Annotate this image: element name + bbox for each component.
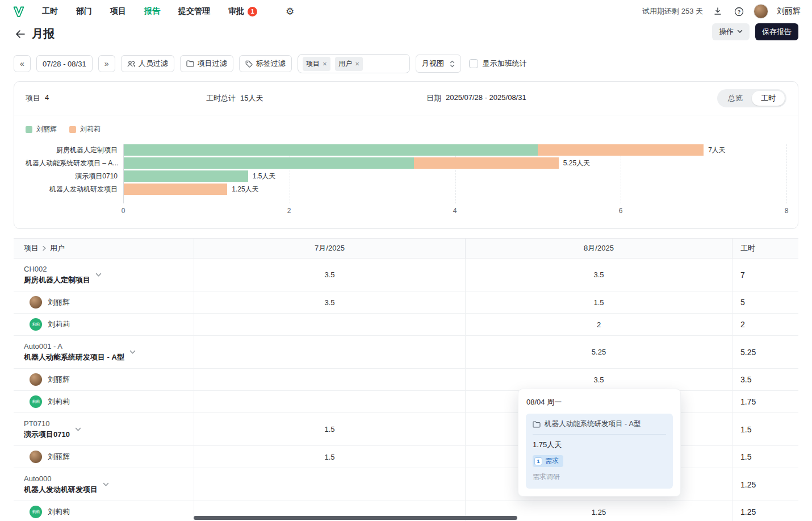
next-period-button[interactable]: » — [98, 55, 115, 72]
gear-icon[interactable]: ⚙ — [286, 7, 294, 16]
actions-label: 操作 — [719, 27, 734, 37]
table-row-project[interactable]: Auto001 - A 机器人动能系统研发项目 - A型 5.25 5.25 — [14, 336, 798, 369]
bar-segment-liulihui[interactable] — [124, 144, 538, 156]
bar-segment-liulili[interactable] — [538, 144, 704, 156]
header-total: 工时 — [733, 239, 798, 258]
bar-segment-liulili[interactable] — [414, 157, 559, 169]
user-avatar[interactable] — [754, 4, 768, 19]
user-avatar — [30, 451, 42, 463]
app-logo-icon[interactable] — [11, 4, 26, 19]
nav-item-submission[interactable]: 提交管理 — [178, 6, 210, 16]
user-name: 刘莉莉 — [48, 319, 70, 330]
close-icon[interactable]: ✕ — [323, 61, 327, 67]
project-filter-button[interactable]: 项目过滤 — [180, 55, 233, 72]
expand-chevron-icon[interactable] — [103, 482, 109, 487]
user-name: 刘莉莉 — [48, 507, 70, 517]
bar-segment-liulihui[interactable] — [124, 170, 248, 182]
bar-row[interactable]: 5.25人天 — [124, 157, 786, 169]
project-name: 机器人动能系统研发项目 - A型 — [24, 352, 124, 362]
table-row-user[interactable]: 刘丽辉 3.5 3.5 — [14, 369, 798, 391]
cell-jul[interactable]: 3.5 — [194, 259, 466, 291]
overtime-checkbox[interactable] — [469, 59, 478, 68]
table-row-user[interactable]: 刘丽辉 3.5 1.5 5 — [14, 291, 798, 314]
table-row-project[interactable]: CH002 厨房机器人定制项目 3.5 3.5 7 — [14, 259, 798, 291]
save-report-button[interactable]: 保存报告 — [755, 23, 798, 40]
cell-jul[interactable] — [194, 391, 466, 412]
view-mode-select[interactable]: 月视图 — [416, 55, 461, 73]
header-user-label: 用户 — [50, 243, 65, 253]
tooltip-entry: 机器人动能系统研发项目 - A型 1.75人天 1 需求 需求调研 — [526, 414, 673, 489]
tooltip-tag-label: 需求 — [545, 456, 559, 466]
cell-jul[interactable] — [194, 468, 466, 501]
project-code: CH002 — [24, 265, 90, 273]
nav-item-project[interactable]: 项目 — [110, 6, 126, 16]
cell-jul[interactable]: 1.5 — [194, 446, 466, 468]
project-code: Auto001 - A — [24, 342, 124, 351]
chip-label: 用户 — [338, 59, 352, 69]
cell-total: 5 — [733, 291, 798, 313]
overtime-checkbox-wrap[interactable]: 显示加班统计 — [469, 59, 527, 69]
cell-jul[interactable] — [194, 336, 466, 368]
table-row-user[interactable]: 莉莉 刘莉莉 2 2 — [14, 314, 798, 336]
date-range-value: 2025/07/28 - 2025/08/31 — [446, 93, 526, 103]
cell-aug[interactable]: 2 — [466, 314, 733, 335]
top-nav: 工时 部门 项目 报告 提交管理 审批 1 ⚙ 试用期还剩 253 天 ? 刘丽… — [0, 0, 812, 23]
expand-chevron-icon[interactable] — [75, 427, 81, 432]
date-range-button[interactable]: 07/28 - 08/31 — [36, 55, 93, 72]
user-avatar: 莉莉 — [30, 318, 42, 331]
cell-aug[interactable]: 3.5 — [466, 259, 733, 291]
bar-row[interactable]: 1.5人天 — [124, 170, 786, 182]
nav-item-report[interactable]: 报告 — [144, 6, 160, 16]
category-label: 机器人发动机研发项目 — [26, 184, 123, 195]
bar-row[interactable]: 1.25人天 — [124, 184, 786, 195]
tag-filter-button[interactable]: 标签过滤 — [239, 55, 292, 72]
category-label: 演示项目0710 — [26, 170, 123, 182]
actions-dropdown-button[interactable]: 操作 — [712, 23, 750, 40]
bar-segment-liulihui[interactable] — [124, 157, 414, 169]
project-count-stat: 项目 4 — [26, 93, 206, 103]
total-hours-label: 工时总计 — [206, 93, 236, 103]
horizontal-scrollbar[interactable] — [194, 516, 517, 520]
expand-chevron-icon[interactable] — [95, 273, 102, 277]
cell-jul[interactable] — [194, 314, 466, 335]
cell-jul[interactable]: 1.5 — [194, 413, 466, 445]
date-range-label: 日期 — [426, 93, 441, 103]
nav-right: 试用期还剩 253 天 ? 刘丽辉 — [642, 4, 801, 19]
toggle-overview[interactable]: 总览 — [719, 91, 752, 106]
bar-segment-liulili[interactable] — [124, 184, 227, 195]
toggle-hours[interactable]: 工时 — [752, 91, 785, 106]
project-code: Auto000 — [24, 474, 98, 483]
cell-aug[interactable]: 5.25 — [466, 336, 733, 368]
bar-row[interactable]: 7人天 — [124, 144, 786, 156]
svg-text:?: ? — [737, 9, 740, 15]
project-count-label: 项目 — [26, 93, 40, 103]
legend-item[interactable]: 刘莉莉 — [69, 124, 101, 134]
tooltip-date: 08/04 周一 — [518, 389, 680, 414]
cell-aug[interactable]: 3.5 — [466, 369, 733, 390]
person-filter-button[interactable]: 人员过滤 — [121, 55, 174, 72]
project-name: 机器人发动机研发项目 — [24, 485, 98, 495]
back-icon[interactable] — [14, 27, 27, 41]
cell-jul[interactable] — [194, 369, 466, 390]
nav-item-department[interactable]: 部门 — [76, 6, 92, 16]
legend-item[interactable]: 刘丽辉 — [26, 124, 57, 134]
nav-item-hours[interactable]: 工时 — [42, 6, 58, 16]
prev-period-button[interactable]: « — [14, 55, 31, 72]
approval-badge: 1 — [248, 7, 257, 16]
cell-total: 1.25 — [733, 501, 798, 521]
chevron-double-right-icon: » — [104, 59, 109, 68]
bar-value-label: 7人天 — [708, 145, 726, 155]
nav-item-approval[interactable]: 审批 1 — [228, 6, 257, 16]
filter-chip-project[interactable]: 项目 ✕ — [303, 57, 330, 71]
cell-total: 3.5 — [733, 369, 798, 390]
active-filter-chips[interactable]: 项目 ✕ 用户 ✕ — [298, 54, 410, 73]
filter-chip-user[interactable]: 用户 ✕ — [335, 57, 363, 71]
expand-chevron-icon[interactable] — [129, 350, 136, 355]
cell-aug[interactable]: 1.5 — [466, 291, 733, 313]
cell-total: 1.5 — [733, 446, 798, 468]
close-icon[interactable]: ✕ — [355, 61, 359, 67]
download-icon[interactable] — [711, 5, 724, 18]
help-icon[interactable]: ? — [733, 5, 745, 18]
cell-jul[interactable]: 3.5 — [194, 291, 466, 313]
page-header: 月报 操作 保存报告 — [0, 23, 812, 44]
